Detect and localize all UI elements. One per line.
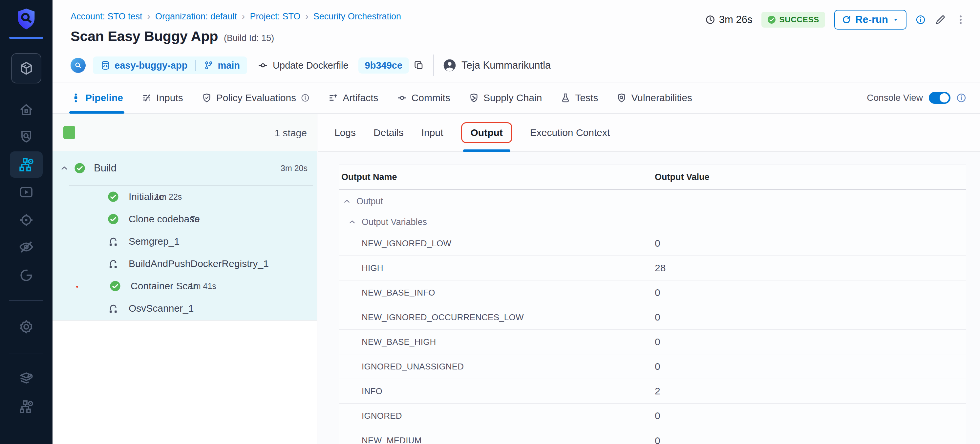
sidebar-item-module-switcher[interactable] xyxy=(11,53,41,83)
commits-icon xyxy=(397,93,407,103)
breadcrumb-separator: › xyxy=(147,11,150,22)
chevron-up-icon[interactable] xyxy=(348,218,356,226)
step-build-and-push-docker-registry[interactable]: BuildAndPushDockerRegistry_1 xyxy=(52,252,317,275)
rerun-info-button[interactable] xyxy=(916,15,926,25)
settings-gear-icon xyxy=(18,319,34,335)
breadcrumb-organization[interactable]: Organization: default xyxy=(155,11,237,22)
repo-branch-pill[interactable]: easy-buggy-app main xyxy=(93,56,247,74)
sidebar-item-project-setup[interactable] xyxy=(0,369,52,388)
tab-tests[interactable]: Tests xyxy=(560,82,598,113)
edit-pipeline-button[interactable] xyxy=(935,14,946,25)
tab-commits[interactable]: Commits xyxy=(397,82,450,113)
chevron-up-icon[interactable] xyxy=(343,197,351,206)
group-row-output-variables[interactable]: Output Variables xyxy=(339,213,966,231)
tab-logs[interactable]: Logs xyxy=(334,113,356,152)
vulnerabilities-shield-icon xyxy=(616,93,627,103)
pipelines-icon xyxy=(18,157,35,173)
tests-flask-icon xyxy=(560,93,571,103)
breadcrumb-module[interactable]: Security Orchestration xyxy=(313,11,401,22)
step-osv-scanner[interactable]: OsvScanner_1 xyxy=(52,297,317,319)
sidebar-item-executions[interactable] xyxy=(0,183,52,201)
tab-label: Logs xyxy=(334,127,356,138)
success-check-icon xyxy=(74,163,85,174)
output-name: NEW_BASE_HIGH xyxy=(339,337,436,347)
console-info-button[interactable] xyxy=(956,93,966,103)
sidebar-item-targets[interactable] xyxy=(0,211,52,229)
commit-sha-pill[interactable]: 9b349ce xyxy=(358,57,409,73)
tab-execution-context[interactable]: Execution Context xyxy=(530,113,610,152)
step-label: Clone codebase xyxy=(129,214,200,225)
sidebar-item-org-setup[interactable] xyxy=(0,398,52,416)
inputs-icon xyxy=(142,93,152,103)
sidebar-item-get-started[interactable] xyxy=(0,266,52,284)
tab-inputs[interactable]: Inputs xyxy=(142,82,183,113)
sidebar-item-settings[interactable] xyxy=(0,318,52,336)
console-view-label: Console View xyxy=(867,93,923,103)
tab-output[interactable]: Output xyxy=(461,113,512,152)
group-label: Output xyxy=(356,196,383,206)
org-setup-network-icon xyxy=(18,399,34,414)
copy-icon xyxy=(414,60,424,70)
breadcrumb: Account: STO test › Organization: defaul… xyxy=(70,11,401,22)
sto-shield-logo-icon[interactable] xyxy=(16,6,37,32)
tab-pipeline[interactable]: Pipeline xyxy=(70,82,123,113)
chevron-up-icon[interactable] xyxy=(60,163,69,173)
step-duration: 1m 22s xyxy=(155,192,182,202)
tab-artifacts[interactable]: Artifacts xyxy=(328,82,378,113)
tab-vulnerabilities[interactable]: Vulnerabilities xyxy=(616,82,692,113)
exemptions-eye-off-icon xyxy=(18,239,35,255)
output-name: NEW_MEDIUM xyxy=(339,436,422,444)
table-row: HIGH 28 xyxy=(339,256,966,281)
tab-details[interactable]: Details xyxy=(374,113,404,152)
sidebar-item-home[interactable] xyxy=(0,101,52,119)
step-semgrep[interactable]: Semgrep_1 xyxy=(52,230,317,252)
magnifier-icon xyxy=(74,61,83,70)
tab-policy-evaluations[interactable]: Policy Evaluations xyxy=(202,82,310,113)
sto-module-badge xyxy=(70,58,86,73)
tab-supply-chain[interactable]: Supply Chain xyxy=(469,82,542,113)
output-value: 2 xyxy=(655,385,660,397)
output-value: 0 xyxy=(655,287,660,298)
sidebar-item-pipelines[interactable] xyxy=(10,152,43,178)
tab-label: Inputs xyxy=(156,92,183,104)
repo-name: easy-buggy-app xyxy=(115,60,188,71)
sidebar-item-exemptions[interactable] xyxy=(0,238,52,256)
tab-input[interactable]: Input xyxy=(422,113,443,152)
console-view-group: Console View xyxy=(867,92,966,104)
tab-label: Execution Context xyxy=(530,127,610,138)
table-row: NEW_BASE_HIGH 0 xyxy=(339,330,966,355)
group-row-output[interactable]: Output xyxy=(339,190,966,213)
step-container-scan[interactable]: Container Scan 1m 41s xyxy=(52,275,317,297)
info-icon xyxy=(916,15,926,25)
not-executed-icon xyxy=(108,258,119,269)
avatar-icon xyxy=(443,59,456,72)
repository-icon xyxy=(100,60,111,70)
table-row: NEW_IGNORED_LOW 0 xyxy=(339,231,966,256)
table-header-row: Output Name Output Value xyxy=(339,165,966,190)
tab-label: Commits xyxy=(412,92,450,104)
output-value: 0 xyxy=(655,238,660,249)
output-value: 0 xyxy=(655,435,660,444)
executions-play-icon xyxy=(18,184,34,200)
rerun-button[interactable]: Re-run xyxy=(834,10,907,30)
stage-panel: 1 stage Build 3m 20s Initialize xyxy=(52,113,317,444)
info-icon xyxy=(301,94,310,102)
copy-sha-button[interactable] xyxy=(414,60,424,70)
breadcrumb-separator: › xyxy=(242,11,245,22)
author-name: Teja Kummarikuntla xyxy=(461,59,551,71)
sidebar-item-scans[interactable] xyxy=(0,127,52,145)
step-initialize[interactable]: Initialize 1m 22s xyxy=(52,185,317,208)
scm-meta-row: easy-buggy-app main Update Dockerfile 9b… xyxy=(70,54,551,77)
more-options-button[interactable] xyxy=(955,14,966,25)
output-value: 0 xyxy=(655,336,660,347)
not-executed-icon xyxy=(108,303,119,314)
breadcrumb-account[interactable]: Account: STO test xyxy=(70,11,142,22)
step-clone-codebase[interactable]: Clone codebase 7s xyxy=(52,208,317,230)
module-cube-icon xyxy=(18,61,34,76)
stage-group-build[interactable]: Build 3m 20s xyxy=(52,151,317,185)
step-detail-tabbar: Logs Details Input Output Execution Cont… xyxy=(318,113,980,152)
breadcrumb-project[interactable]: Project: STO xyxy=(250,11,300,22)
console-view-toggle[interactable] xyxy=(929,92,950,104)
step-label: Container Scan xyxy=(130,281,199,292)
project-setup-layers-icon xyxy=(18,371,34,387)
